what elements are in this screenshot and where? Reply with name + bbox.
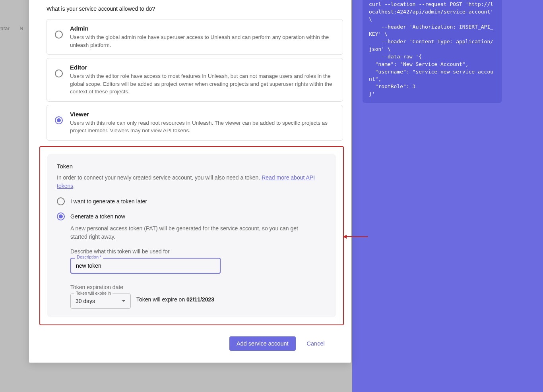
expiration-select-wrapper: Token will expire in 30 days [70, 294, 131, 309]
expiration-floating-label: Token will expire in [74, 291, 112, 295]
role-option-admin[interactable]: Admin Users with the global admin role h… [47, 19, 343, 55]
role-desc-admin: Users with the global admin role have su… [70, 33, 335, 49]
role-desc-editor: Users with the editor role have access t… [70, 72, 335, 96]
role-content: Admin Users with the global admin role h… [70, 25, 335, 49]
role-option-editor[interactable]: Editor Users with the editor role have a… [47, 58, 343, 102]
token-panel: Token In order to connect your newly cre… [47, 154, 336, 317]
description-input[interactable] [70, 258, 221, 274]
radio-token-now[interactable] [57, 212, 65, 220]
expiration-value: 30 days [76, 298, 95, 304]
token-highlight: Token In order to connect your newly cre… [39, 146, 344, 325]
token-now-label: Generate a token now [70, 213, 125, 220]
radio-editor[interactable] [55, 70, 63, 77]
role-content: Viewer Users with this role can only rea… [70, 111, 335, 135]
role-title-editor: Editor [70, 64, 335, 71]
radio-viewer[interactable] [55, 116, 63, 124]
token-now-note: A new personal access token (PAT) will b… [70, 224, 309, 241]
code-example: curl --location --request POST 'http://l… [363, 0, 502, 103]
token-option-later[interactable]: I want to generate a token later [57, 197, 326, 205]
modal-footer: Add service account Cancel [229, 336, 343, 351]
description-floating-label: Description * [75, 255, 103, 259]
expiration-select[interactable]: 30 days [70, 294, 131, 309]
callout-arrow [343, 236, 368, 237]
role-title-admin: Admin [70, 25, 335, 32]
role-content: Editor Users with the editor role have a… [70, 64, 335, 96]
token-expiration-label: Token expiration date [70, 284, 326, 290]
radio-admin[interactable] [55, 31, 63, 39]
token-later-label: I want to generate a token later [70, 198, 147, 205]
chevron-down-icon [122, 300, 126, 302]
token-option-now[interactable]: Generate a token now [57, 212, 326, 220]
cancel-button[interactable]: Cancel [307, 336, 325, 351]
expiration-note: Token will expire on 02/11/2023 [136, 296, 214, 303]
add-service-account-button[interactable]: Add service account [229, 336, 296, 351]
role-title-viewer: Viewer [70, 111, 335, 118]
service-account-modal: What is your service account allowed to … [29, 0, 351, 363]
role-desc-viewer: Users with this role can only read root … [70, 119, 335, 135]
radio-token-later[interactable] [57, 197, 65, 205]
token-describe-label: Describe what this token will be used fo… [70, 248, 326, 255]
token-intro: In order to connect your newly created s… [57, 174, 326, 190]
bg-hint: vatar N [0, 25, 23, 31]
role-option-viewer[interactable]: Viewer Users with this role can only rea… [47, 105, 343, 141]
description-field-wrapper: Description * [70, 258, 221, 274]
role-question: What is your service account allowed to … [47, 6, 343, 12]
token-heading: Token [57, 163, 326, 170]
